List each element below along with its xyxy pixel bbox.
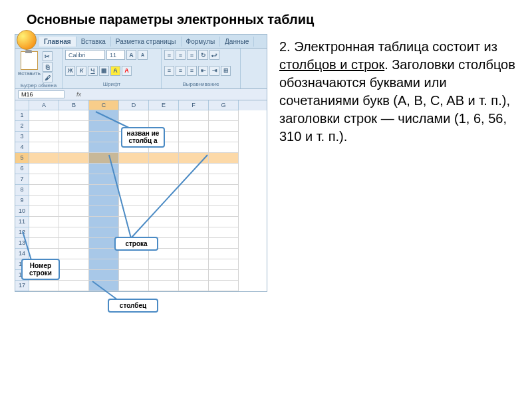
align-center-icon[interactable]: ≡ bbox=[176, 66, 186, 76]
cell[interactable] bbox=[29, 153, 59, 164]
cell[interactable] bbox=[29, 174, 59, 185]
tab-layout[interactable]: Разметка страницы bbox=[111, 37, 182, 47]
tab-home[interactable]: Главная bbox=[39, 37, 76, 47]
column-header[interactable]: B bbox=[59, 100, 89, 110]
fx-icon[interactable]: fx bbox=[76, 91, 81, 98]
align-right-icon[interactable]: ≡ bbox=[187, 66, 197, 76]
cell[interactable] bbox=[209, 110, 239, 121]
cell[interactable] bbox=[89, 249, 119, 259]
grow-font-icon[interactable]: A bbox=[126, 50, 136, 60]
row-header[interactable]: 6 bbox=[15, 164, 29, 174]
column-header[interactable]: G bbox=[209, 100, 239, 110]
shrink-font-icon[interactable]: A bbox=[138, 50, 148, 60]
cell[interactable] bbox=[59, 185, 89, 196]
cell[interactable] bbox=[209, 259, 239, 270]
align-middle-icon[interactable]: ≡ bbox=[176, 50, 186, 60]
cell[interactable] bbox=[59, 110, 89, 121]
cell[interactable] bbox=[29, 142, 59, 153]
bold-icon[interactable]: Ж bbox=[65, 66, 75, 76]
cell[interactable] bbox=[89, 142, 119, 153]
column-header[interactable]: D bbox=[119, 100, 149, 110]
cell[interactable] bbox=[179, 142, 209, 153]
tab-data[interactable]: Данные bbox=[220, 37, 254, 47]
cell[interactable] bbox=[179, 259, 209, 270]
fill-color-icon[interactable]: A bbox=[110, 66, 120, 76]
row-header[interactable]: 2 bbox=[15, 121, 29, 132]
cell[interactable] bbox=[179, 121, 209, 132]
row-header[interactable]: 5 bbox=[15, 153, 29, 164]
cell[interactable] bbox=[179, 281, 209, 291]
cell[interactable] bbox=[59, 132, 89, 142]
select-all-corner[interactable] bbox=[15, 100, 29, 110]
cell[interactable] bbox=[59, 196, 89, 206]
font-color-icon[interactable]: A bbox=[122, 66, 132, 76]
cell[interactable] bbox=[119, 270, 149, 281]
cell[interactable] bbox=[29, 132, 59, 142]
cell[interactable] bbox=[59, 238, 89, 249]
cell[interactable] bbox=[89, 259, 119, 270]
cell[interactable] bbox=[59, 153, 89, 164]
cut-icon[interactable]: ✂ bbox=[43, 51, 53, 61]
cell[interactable] bbox=[149, 270, 179, 281]
cell[interactable] bbox=[209, 142, 239, 153]
cell[interactable] bbox=[209, 270, 239, 281]
cell[interactable] bbox=[59, 121, 89, 132]
row-header[interactable]: 17 bbox=[15, 281, 29, 291]
cell[interactable] bbox=[59, 174, 89, 185]
align-top-icon[interactable]: ≡ bbox=[164, 50, 174, 60]
format-painter-icon[interactable]: 🖌 bbox=[43, 72, 53, 82]
cell[interactable] bbox=[179, 270, 209, 281]
cell[interactable] bbox=[29, 121, 59, 132]
row-header[interactable]: 8 bbox=[15, 185, 29, 196]
align-bottom-icon[interactable]: ≡ bbox=[187, 50, 197, 60]
cell[interactable] bbox=[29, 206, 59, 217]
border-icon[interactable]: ▦ bbox=[99, 66, 109, 76]
cell[interactable] bbox=[209, 249, 239, 259]
cell[interactable] bbox=[59, 206, 89, 217]
cell[interactable] bbox=[59, 249, 89, 259]
cell[interactable] bbox=[179, 249, 209, 259]
name-box[interactable]: M16 bbox=[18, 90, 65, 98]
cell[interactable] bbox=[149, 259, 179, 270]
merge-icon[interactable]: ⊞ bbox=[221, 66, 231, 76]
font-size-select[interactable]: 11 bbox=[106, 50, 125, 60]
cell[interactable] bbox=[59, 270, 89, 281]
column-header[interactable]: F bbox=[179, 100, 209, 110]
font-name-select[interactable]: Calibri bbox=[65, 50, 105, 60]
cell[interactable] bbox=[29, 281, 59, 291]
paste-icon[interactable] bbox=[21, 51, 38, 70]
cell[interactable] bbox=[59, 164, 89, 174]
cell[interactable] bbox=[149, 281, 179, 291]
cell[interactable] bbox=[149, 110, 179, 121]
cell[interactable] bbox=[209, 121, 239, 132]
cell[interactable] bbox=[29, 196, 59, 206]
row-header[interactable]: 7 bbox=[15, 174, 29, 185]
tab-insert[interactable]: Вставка bbox=[76, 37, 111, 47]
cell[interactable] bbox=[29, 217, 59, 227]
cell[interactable] bbox=[59, 259, 89, 270]
cell[interactable] bbox=[29, 164, 59, 174]
row-header[interactable]: 9 bbox=[15, 196, 29, 206]
column-header[interactable]: C bbox=[89, 100, 119, 110]
column-header[interactable]: E bbox=[149, 100, 179, 110]
row-header[interactable]: 11 bbox=[15, 217, 29, 227]
cell[interactable] bbox=[59, 217, 89, 227]
indent-dec-icon[interactable]: ⇤ bbox=[198, 66, 208, 76]
row-header[interactable]: 3 bbox=[15, 132, 29, 142]
row-header[interactable]: 4 bbox=[15, 142, 29, 153]
cell[interactable] bbox=[179, 110, 209, 121]
office-button-icon[interactable] bbox=[17, 30, 37, 50]
cell[interactable] bbox=[59, 142, 89, 153]
copy-icon[interactable]: ⎘ bbox=[43, 62, 53, 72]
tab-formulas[interactable]: Формулы bbox=[182, 37, 221, 47]
cell[interactable] bbox=[119, 259, 149, 270]
cell[interactable] bbox=[59, 281, 89, 291]
column-header[interactable]: A bbox=[29, 100, 59, 110]
cell[interactable] bbox=[59, 227, 89, 238]
italic-icon[interactable]: К bbox=[76, 66, 86, 76]
cell[interactable] bbox=[89, 270, 119, 281]
row-header[interactable]: 10 bbox=[15, 206, 29, 217]
row-header[interactable]: 1 bbox=[15, 110, 29, 121]
underline-icon[interactable]: Ч bbox=[88, 66, 98, 76]
align-left-icon[interactable]: ≡ bbox=[164, 66, 174, 76]
